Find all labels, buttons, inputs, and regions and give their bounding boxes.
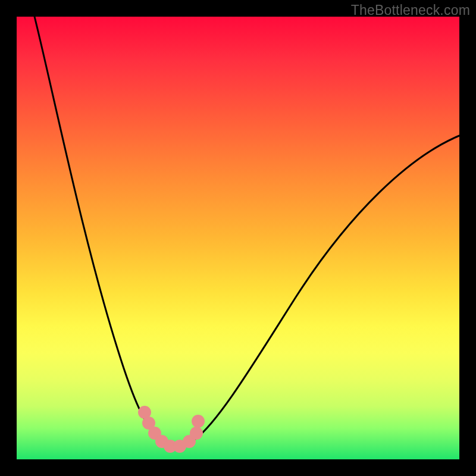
highlight-dots (138, 406, 205, 453)
gradient-plot-area (17, 17, 459, 459)
bottleneck-curve-path (35, 17, 459, 447)
bottleneck-curve-svg (17, 17, 459, 459)
svg-point-7 (190, 427, 203, 440)
watermark-text: TheBottleneck.com (351, 2, 470, 18)
svg-point-8 (192, 415, 205, 428)
chart-frame: TheBottleneck.com (0, 0, 476, 476)
